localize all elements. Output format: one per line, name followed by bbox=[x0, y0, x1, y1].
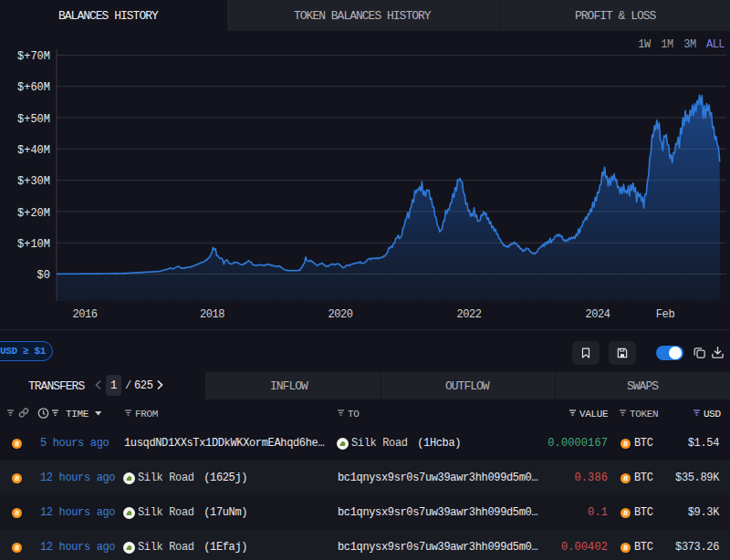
svg-text:$+60M: $+60M bbox=[17, 81, 50, 94]
svg-text:2024: 2024 bbox=[585, 308, 610, 321]
svg-text:$+50M: $+50M bbox=[17, 113, 50, 126]
svg-text:2016: 2016 bbox=[72, 308, 97, 321]
svg-text:2018: 2018 bbox=[200, 308, 224, 321]
svg-text:$+30M: $+30M bbox=[17, 175, 50, 188]
svg-text:Feb: Feb bbox=[656, 308, 675, 321]
svg-text:1W: 1W bbox=[638, 38, 652, 51]
svg-text:1M: 1M bbox=[661, 38, 673, 51]
svg-text:ALL: ALL bbox=[706, 38, 725, 51]
svg-text:2020: 2020 bbox=[328, 308, 352, 321]
svg-text:$+20M: $+20M bbox=[17, 207, 50, 220]
svg-text:$+10M: $+10M bbox=[17, 238, 50, 251]
svg-text:2022: 2022 bbox=[456, 308, 481, 321]
svg-text:$+40M: $+40M bbox=[17, 144, 50, 157]
svg-text:$+70M: $+70M bbox=[17, 50, 50, 63]
svg-text:$0: $0 bbox=[37, 269, 50, 282]
svg-text:3M: 3M bbox=[683, 38, 696, 51]
